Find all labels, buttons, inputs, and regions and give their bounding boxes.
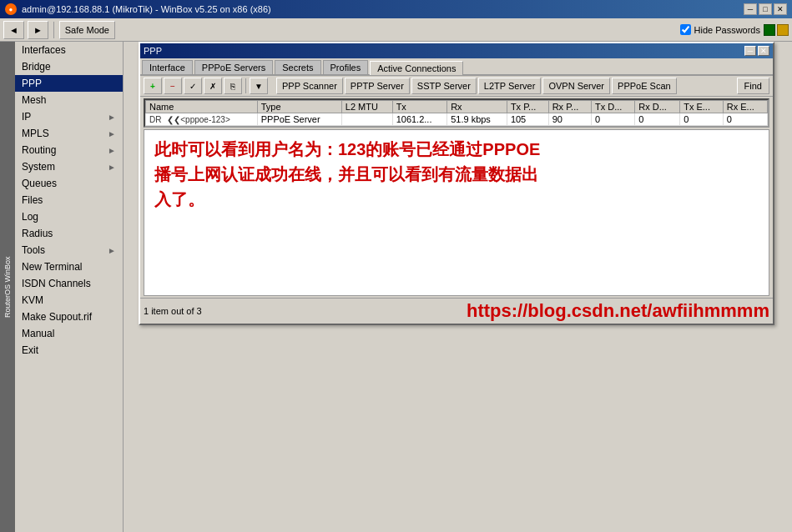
sidebar-label-radius: Radius [22, 228, 53, 239]
hide-passwords-control: Hide Passwords [680, 24, 789, 36]
sidebar-label-routing: Routing [22, 144, 56, 156]
hide-passwords-label: Hide Passwords [694, 25, 760, 35]
col-type: Type [257, 101, 341, 113]
sidebar-label-ip: IP [22, 111, 31, 123]
sidebar-arrow-ip: ► [108, 113, 116, 122]
remove-button[interactable]: − [164, 78, 182, 94]
tab-pppoe-servers[interactable]: PPPoE Servers [194, 60, 273, 74]
sidebar-item-ppp[interactable]: PPP [15, 75, 123, 92]
ppp-tabs: Interface PPPoE Servers Secrets Profiles… [140, 58, 773, 76]
row-txd: 0 [591, 113, 634, 126]
ppp-toolbar: + − ✓ ✗ ⎘ ▼ PPP Scanner PPTP Server SSTP… [140, 76, 773, 97]
sidebar-item-log[interactable]: Log [15, 208, 123, 225]
content-area: PPP ─ ✕ Interface PPPoE Servers Secrets … [124, 42, 792, 532]
col-rxe: Rx E... [723, 101, 767, 113]
sidebar-label-interfaces: Interfaces [22, 44, 66, 56]
maximize-button[interactable]: □ [759, 3, 772, 15]
sstp-server-button[interactable]: SSTP Server [411, 78, 477, 94]
sidebar: RouterOS WinBox Interfaces Bridge PPP Me… [0, 42, 124, 532]
col-name: Name [146, 101, 258, 113]
row-rxd: 0 [635, 113, 680, 126]
sidebar-item-new-terminal[interactable]: New Terminal [15, 258, 123, 275]
toolbar-separator [53, 22, 54, 38]
row-flag: DR [149, 115, 161, 124]
table-header-row: Name Type L2 MTU Tx Rx Tx P... Rx P... T… [146, 101, 768, 113]
sidebar-item-mpls[interactable]: MPLS ► [15, 125, 123, 142]
key-icon [777, 24, 789, 36]
sidebar-item-queues[interactable]: Queues [15, 175, 123, 192]
sidebar-label-new-terminal: New Terminal [22, 261, 82, 273]
sidebar-item-bridge[interactable]: Bridge [15, 58, 123, 75]
table-row[interactable]: DR ❮❮<pppoe-123> PPPoE Server 1061.2... … [146, 113, 768, 126]
ppp-close-button[interactable]: ✕ [758, 46, 769, 56]
row-l2mtu [341, 113, 392, 126]
check-button[interactable]: ✓ [184, 78, 202, 94]
safe-mode-button[interactable]: Safe Mode [59, 21, 115, 39]
col-tx: Tx [392, 101, 447, 113]
row-txe: 0 [680, 113, 724, 126]
ppp-toolbar-separator [245, 78, 246, 93]
sidebar-item-exit[interactable]: Exit [15, 342, 123, 359]
tab-interface[interactable]: Interface [142, 60, 193, 74]
pptp-server-button[interactable]: PPTP Server [345, 78, 410, 94]
window-controls[interactable]: ─ □ ✕ [744, 3, 787, 15]
pppoe-scan-button[interactable]: PPPoE Scan [612, 78, 677, 94]
sidebar-item-mesh[interactable]: Mesh [15, 92, 123, 108]
sidebar-item-files[interactable]: Files [15, 192, 123, 208]
connections-table-container: Name Type L2 MTU Tx Rx Tx P... Rx P... T… [144, 98, 769, 128]
title-bar: ● admin@192.168.88.1 (MikroTik) - WinBox… [0, 0, 792, 18]
routeros-winbox-label: RouterOS WinBox [0, 42, 15, 532]
ppp-title-bar: PPP ─ ✕ [140, 43, 773, 58]
filter-button[interactable]: ▼ [250, 78, 268, 94]
main-toolbar: ◄ ► Safe Mode Hide Passwords [0, 18, 792, 42]
sidebar-arrow-tools: ► [108, 246, 116, 255]
forward-button[interactable]: ► [28, 21, 48, 39]
col-txe: Tx E... [680, 101, 724, 113]
hide-passwords-checkbox[interactable] [680, 24, 691, 35]
tab-profiles[interactable]: Profiles [323, 60, 369, 74]
sidebar-item-make-supout[interactable]: Make Supout.rif [15, 309, 123, 325]
app-icon: ● [5, 3, 17, 15]
lock-green-icon [764, 24, 775, 36]
sidebar-menu: Interfaces Bridge PPP Mesh IP ► MPLS ► R… [15, 42, 123, 359]
connections-table: Name Type L2 MTU Tx Rx Tx P... Rx P... T… [145, 100, 768, 126]
back-button[interactable]: ◄ [3, 21, 24, 39]
tab-secrets[interactable]: Secrets [275, 60, 320, 74]
sidebar-arrow-system: ► [108, 163, 116, 172]
find-button[interactable]: Find [737, 78, 769, 94]
lock-icons [764, 24, 789, 36]
sidebar-label-manual: Manual [22, 328, 54, 339]
row-name: DR ❮❮<pppoe-123> [146, 113, 258, 126]
title-bar-text: admin@192.168.88.1 (MikroTik) - WinBox v… [22, 4, 271, 14]
ppp-scanner-button[interactable]: PPP Scanner [276, 78, 343, 94]
sidebar-item-kvm[interactable]: KVM [15, 292, 123, 309]
copy-button[interactable]: ⎘ [224, 78, 242, 94]
col-rxd: Rx D... [635, 101, 680, 113]
row-rxp: 90 [548, 113, 591, 126]
sidebar-item-isdn[interactable]: ISDN Channels [15, 275, 123, 292]
ppp-minimize-button[interactable]: ─ [744, 46, 756, 56]
row-tx: 1061.2... [392, 113, 447, 126]
l2tp-server-button[interactable]: L2TP Server [478, 78, 542, 94]
sidebar-label-files: Files [22, 194, 43, 206]
sidebar-arrow-routing: ► [108, 146, 116, 155]
close-button[interactable]: ✕ [774, 3, 787, 15]
sidebar-item-tools[interactable]: Tools ► [15, 242, 123, 258]
col-l2mtu: L2 MTU [341, 101, 392, 113]
ovpn-server-button[interactable]: OVPN Server [542, 78, 610, 94]
cross-button[interactable]: ✗ [204, 78, 222, 94]
sidebar-label-isdn: ISDN Channels [22, 278, 91, 289]
sidebar-item-manual[interactable]: Manual [15, 325, 123, 342]
sidebar-item-system[interactable]: System ► [15, 158, 123, 175]
row-name-value: ❮❮<pppoe-123> [167, 115, 230, 124]
sidebar-item-ip[interactable]: IP ► [15, 108, 123, 125]
sidebar-item-interfaces[interactable]: Interfaces [15, 42, 123, 58]
tab-active-connections[interactable]: Active Connections [370, 61, 463, 75]
sidebar-item-radius[interactable]: Radius [15, 225, 123, 242]
main-layout: RouterOS WinBox Interfaces Bridge PPP Me… [0, 42, 792, 532]
minimize-button[interactable]: ─ [744, 3, 757, 15]
ppp-window-controls[interactable]: ─ ✕ [744, 46, 769, 56]
add-button[interactable]: + [144, 78, 162, 94]
row-rx: 51.9 kbps [447, 113, 507, 126]
sidebar-item-routing[interactable]: Routing ► [15, 142, 123, 158]
